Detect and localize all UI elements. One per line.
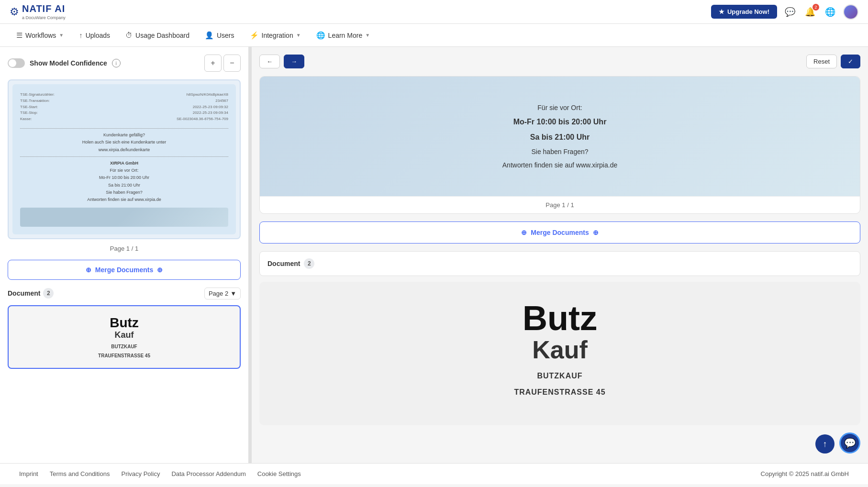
upgrade-button[interactable]: ★ Upgrade Now! bbox=[711, 5, 777, 19]
footer-data-processor[interactable]: Data Processor Addendum bbox=[171, 470, 245, 477]
butz-sub-title: Kauf bbox=[18, 330, 230, 340]
nav-workflows[interactable]: ☰ Workflows ▼ bbox=[10, 27, 70, 44]
page-select-label: Page 2 bbox=[209, 290, 228, 297]
scroll-to-top-button[interactable]: ↑ bbox=[815, 434, 835, 454]
avatar-inner bbox=[844, 5, 857, 19]
merge-documents-button[interactable]: ⊕ Merge Documents ⊕ bbox=[8, 260, 241, 280]
merge-btn-label-right: Merge Documents bbox=[531, 229, 589, 236]
nav-learn-more-label: Learn More bbox=[328, 32, 363, 39]
nav-integration-label: Integration bbox=[262, 32, 293, 39]
translate-icon: 🌐 bbox=[825, 7, 835, 17]
nav-usage-dashboard[interactable]: ⏱ Usage Dashboard bbox=[119, 27, 196, 43]
top-bar: ⚙ NATIF AI a DocuWare Company ★ Upgrade … bbox=[0, 0, 868, 24]
doc1-card: Für sie vor Ort: Mo-Fr 10:00 bis 20:00 U… bbox=[259, 76, 860, 214]
doc2-badge-num: 2 bbox=[43, 288, 54, 299]
doc1-receipt-image: Für sie vor Ort: Mo-Fr 10:00 bis 20:00 U… bbox=[260, 77, 860, 196]
nav-learn-more[interactable]: 🌐 Learn More ▼ bbox=[310, 27, 377, 44]
butz-title: Butz bbox=[18, 316, 230, 331]
sidebar-icon: ☰ bbox=[16, 31, 22, 40]
nav-workflows-label: Workflows bbox=[25, 32, 56, 39]
butz-addr1: BUTZKAUF bbox=[18, 344, 230, 349]
chat-button[interactable]: 💬 bbox=[839, 432, 860, 454]
user-icon: 👤 bbox=[205, 31, 214, 40]
chevron-down-icon-4: ▼ bbox=[230, 290, 236, 297]
doc2-row: Document 2 Page 2 ▼ bbox=[8, 288, 241, 299]
nav-uploads-label: Uploads bbox=[86, 32, 110, 39]
merge-documents-button-right[interactable]: ⊕ Merge Documents ⊕ bbox=[259, 221, 860, 244]
nav-integration[interactable]: ⚡ Integration ▼ bbox=[243, 27, 308, 44]
footer: Imprint Terms and Conditions Privacy Pol… bbox=[0, 463, 868, 484]
nav-users-label: Users bbox=[217, 32, 234, 39]
zoom-controls: + − bbox=[204, 55, 241, 72]
zoom-out-button[interactable]: − bbox=[223, 55, 241, 72]
left-panel: Show Model Confidence i + − TSE-Signatur… bbox=[0, 47, 249, 463]
doc1-page-label: Page 1 / 1 bbox=[8, 245, 241, 252]
link-icon: ⚡ bbox=[250, 31, 259, 40]
top-bar-right: ★ Upgrade Now! 💬 🔔 2 🌐 bbox=[711, 4, 858, 20]
info-icon[interactable]: i bbox=[112, 59, 121, 67]
footer-imprint[interactable]: Imprint bbox=[19, 470, 38, 477]
butz-addr2-right: TRAUFENSTRASSE 45 bbox=[274, 388, 846, 397]
globe-icon: 🌐 bbox=[316, 31, 325, 40]
chevron-down-icon-3: ▼ bbox=[365, 33, 370, 38]
butz-addr1-right: BUTZKAUF bbox=[274, 372, 846, 380]
right-top-bar: ← → Reset ✓ bbox=[259, 55, 860, 68]
nav-usage-label: Usage Dashboard bbox=[135, 32, 189, 39]
doc1-card-page-label: Page 1 / 1 bbox=[260, 196, 860, 213]
confirm-button[interactable]: ✓ bbox=[841, 55, 860, 68]
doc1-thumbnail-inner: TSE-Signaturzähler: h8SpwzN/K04sBpkaeX8 … bbox=[12, 84, 236, 234]
prev-button[interactable]: ← bbox=[259, 55, 280, 68]
butz-kauf-right: Kauf bbox=[274, 335, 846, 364]
logo-sub: a DocuWare Company bbox=[22, 15, 66, 20]
chevron-down-icon-2: ▼ bbox=[296, 33, 301, 38]
reset-button[interactable]: Reset bbox=[806, 55, 837, 68]
footer-terms[interactable]: Terms and Conditions bbox=[50, 470, 110, 477]
doc1-receipt-text: Für sie vor Ort: Mo-Fr 10:00 bis 20:00 U… bbox=[502, 101, 617, 172]
doc2-badge: Document 2 bbox=[8, 288, 54, 299]
merge-icon-right: ⊕ bbox=[157, 266, 163, 274]
zoom-in-button[interactable]: + bbox=[204, 55, 222, 72]
logo-text-group: NATIF AI a DocuWare Company bbox=[22, 3, 66, 20]
toggle-knob bbox=[9, 59, 16, 67]
butz-card-right: Butz Kauf BUTZKAUF TRAUFENSTRASSE 45 bbox=[259, 282, 860, 425]
doc2-thumbnail: Butz Kauf BUTZKAUF TRAUFENSTRASSE 45 bbox=[8, 305, 241, 369]
footer-privacy[interactable]: Privacy Policy bbox=[121, 470, 160, 477]
main-layout: Show Model Confidence i + − TSE-Signatur… bbox=[0, 47, 868, 463]
merge-icon-left-2: ⊕ bbox=[521, 229, 527, 236]
doc2-label: Document bbox=[8, 289, 40, 297]
confidence-toggle[interactable] bbox=[8, 58, 25, 68]
chevron-down-icon: ▼ bbox=[59, 33, 64, 38]
chat-icon: 💬 bbox=[785, 7, 795, 17]
merge-icon-left: ⊕ bbox=[86, 266, 91, 274]
doc2-label-right: Document 2 bbox=[259, 251, 860, 276]
translate-btn[interactable]: 🌐 bbox=[823, 5, 837, 19]
confidence-row: Show Model Confidence i + − bbox=[8, 55, 241, 72]
butz-addr2: TRAUFENSTRASSE 45 bbox=[18, 353, 230, 358]
footer-copyright: Copyright © 2025 natif.ai GmbH bbox=[761, 470, 849, 477]
avatar[interactable] bbox=[843, 4, 858, 20]
star-icon: ★ bbox=[719, 8, 724, 15]
notification-badge: 2 bbox=[812, 4, 819, 11]
butz-big-right: Butz bbox=[274, 301, 846, 335]
doc2-label-text: Document bbox=[267, 260, 300, 267]
doc2-badge-right: 2 bbox=[304, 258, 314, 269]
merge-btn-label: Merge Documents bbox=[95, 266, 153, 274]
nav-bar: ☰ Workflows ▼ ↑ Uploads ⏱ Usage Dashboar… bbox=[0, 24, 868, 47]
right-panel: ← → Reset ✓ Für sie vor Ort: Mo-Fr 10:00… bbox=[252, 47, 868, 463]
logo-icon: ⚙ bbox=[10, 6, 19, 18]
notification-btn[interactable]: 🔔 2 bbox=[803, 5, 817, 19]
chat-icon-btn[interactable]: 💬 bbox=[783, 5, 797, 19]
logo-text: NATIF AI bbox=[22, 3, 66, 14]
next-button[interactable]: → bbox=[284, 55, 304, 68]
doc2-page-select[interactable]: Page 2 ▼ bbox=[204, 288, 241, 299]
footer-links: Imprint Terms and Conditions Privacy Pol… bbox=[19, 470, 301, 477]
chart-icon: ⏱ bbox=[125, 31, 133, 39]
confidence-label: Show Model Confidence bbox=[30, 59, 107, 67]
nav-users[interactable]: 👤 Users bbox=[198, 27, 241, 44]
merge-icon-right-2: ⊕ bbox=[593, 229, 599, 236]
upload-icon: ↑ bbox=[79, 31, 83, 39]
footer-cookies[interactable]: Cookie Settings bbox=[257, 470, 301, 477]
logo: ⚙ NATIF AI a DocuWare Company bbox=[10, 3, 66, 20]
nav-uploads[interactable]: ↑ Uploads bbox=[72, 27, 117, 43]
doc1-thumbnail: TSE-Signaturzähler: h8SpwzN/K04sBpkaeX8 … bbox=[8, 79, 241, 239]
